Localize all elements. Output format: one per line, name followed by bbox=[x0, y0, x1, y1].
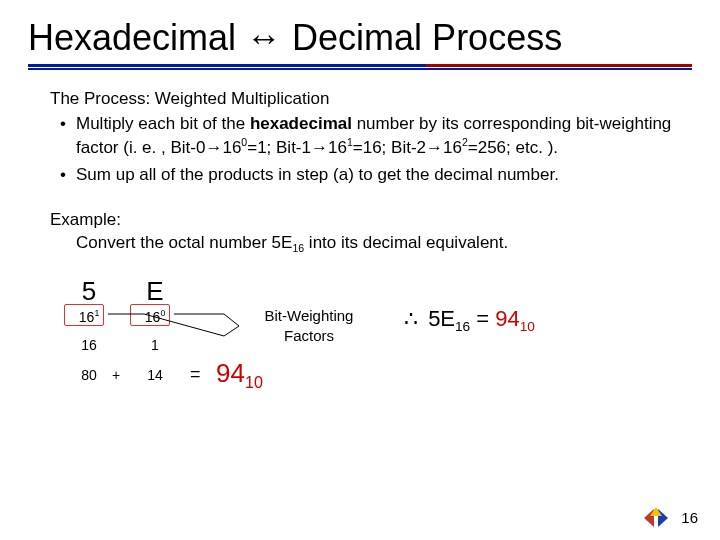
bullet-a: • Multiply each bit of the hexadecimal n… bbox=[50, 113, 682, 161]
bullet-a-pre: Multiply each bit of the bbox=[76, 114, 250, 133]
bullet-b: • Sum up all of the products in step (a)… bbox=[50, 164, 682, 187]
example-label: Example: bbox=[50, 209, 682, 232]
therefore-symbol: ∴ bbox=[404, 306, 418, 331]
slide-logo-icon bbox=[642, 506, 670, 530]
therefore-mid: = bbox=[470, 306, 495, 331]
weights-label: Bit-Weighting Factors bbox=[254, 306, 364, 347]
example-line-sub: 16 bbox=[292, 242, 304, 254]
box-weight-0 bbox=[64, 304, 104, 326]
page-number: 16 bbox=[681, 509, 698, 526]
bullet-a-end: =256; etc. ). bbox=[468, 138, 558, 157]
bullet-a-bold: hexadecimal bbox=[250, 114, 352, 133]
therefore-rhs: 94 bbox=[495, 306, 519, 331]
title-rule bbox=[28, 64, 692, 70]
work-area: 5 161 16 80 E 160 1 14 + = 9410 bbox=[60, 274, 682, 434]
plus-sign: + bbox=[112, 366, 120, 385]
bullet-a-mid2: =16; Bit-2→16 bbox=[353, 138, 462, 157]
product-0: 80 bbox=[66, 366, 112, 385]
bullet-b-text: Sum up all of the products in step (a) t… bbox=[76, 164, 682, 187]
therefore-line: ∴ 5E16 = 9410 bbox=[404, 304, 535, 337]
weightval-1: 1 bbox=[132, 336, 178, 355]
bullet-marker: • bbox=[50, 164, 76, 187]
bullet-a-mid1: =1; Bit-1→16 bbox=[247, 138, 347, 157]
box-weight-1 bbox=[130, 304, 170, 326]
result-sub: 10 bbox=[245, 373, 263, 391]
svg-marker-0 bbox=[644, 509, 654, 527]
weightval-0: 16 bbox=[66, 336, 112, 355]
process-lead: The Process: Weighted Multiplication bbox=[50, 88, 682, 111]
example-line-post: into its decimal equivalent. bbox=[304, 233, 508, 252]
example-line-pre: Convert the octal number 5E bbox=[76, 233, 292, 252]
bullet-marker: • bbox=[50, 113, 76, 161]
svg-marker-1 bbox=[658, 509, 668, 527]
product-1: 14 bbox=[132, 366, 178, 385]
slide-title: Hexadecimal ↔ Decimal Process bbox=[28, 18, 692, 58]
therefore-lhs: 5E bbox=[428, 306, 455, 331]
therefore-rhs-sub: 10 bbox=[520, 319, 535, 334]
therefore-lhs-sub: 16 bbox=[455, 319, 470, 334]
